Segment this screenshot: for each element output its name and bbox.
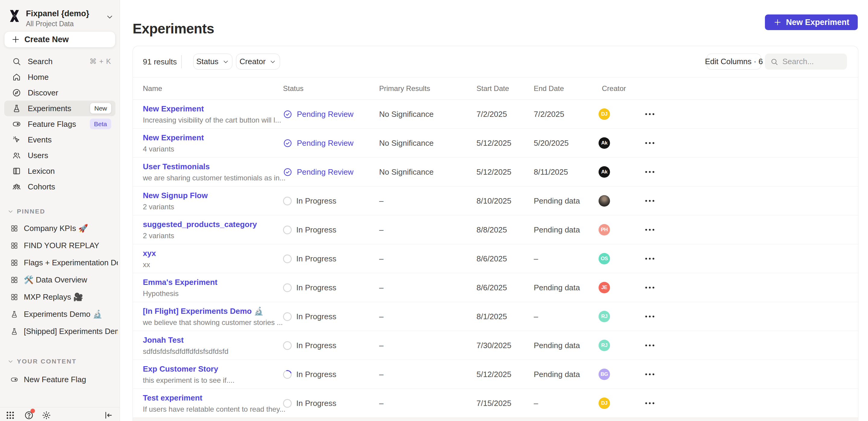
sidebar-item-feature-flags[interactable]: Feature Flags Beta: [4, 116, 116, 132]
search-icon: [12, 57, 21, 66]
table-row[interactable]: xyx xx In Progress – 8/6/2025 – OS: [133, 244, 858, 273]
experiment-name-link[interactable]: New Experiment: [143, 133, 204, 142]
status-cell: In Progress: [283, 360, 336, 389]
search-input[interactable]: [782, 57, 840, 66]
pinned-section-header[interactable]: PINNED: [7, 208, 45, 215]
table-row[interactable]: New Experiment Increasing visibility of …: [133, 100, 858, 129]
sidebar-item-cohorts[interactable]: Cohorts: [4, 179, 116, 195]
creator-avatar[interactable]: Ak: [598, 137, 610, 149]
status-filter-dropdown[interactable]: Status: [193, 54, 232, 70]
experiment-name-link[interactable]: suggested_products_category: [143, 220, 257, 229]
check-circle-icon: [283, 167, 292, 177]
row-menu-button[interactable]: [645, 302, 654, 331]
your-content-section-header[interactable]: YOUR CONTENT: [7, 358, 76, 365]
experiment-name-link[interactable]: xyx: [143, 249, 156, 258]
experiment-name-link[interactable]: Emma's Experiment: [143, 278, 218, 287]
create-new-button[interactable]: Create New: [4, 31, 116, 47]
workspace-name[interactable]: Fixpanel {demo}: [26, 9, 89, 19]
experiment-name-link[interactable]: User Testimonials: [143, 162, 210, 171]
sidebar-pinned-item[interactable]: New Feature Flag: [4, 371, 118, 388]
status-label: In Progress: [296, 254, 336, 263]
row-menu-button[interactable]: [645, 129, 654, 158]
collapse-sidebar-icon[interactable]: [103, 411, 113, 420]
table-row[interactable]: New Experiment 4 variants Pending Review…: [133, 129, 858, 158]
creator-avatar[interactable]: OS: [598, 253, 610, 264]
row-menu-button[interactable]: [645, 215, 654, 244]
end-date-cell: Pending data: [534, 186, 580, 215]
experiment-name-link[interactable]: Jonah Test: [143, 335, 184, 345]
sidebar-item-events[interactable]: Events: [4, 132, 116, 148]
edit-columns-button[interactable]: Edit Columns · 6: [707, 54, 761, 70]
experiment-name-link[interactable]: New Experiment: [143, 104, 204, 114]
row-menu-button[interactable]: [645, 244, 654, 273]
cohorts-icon: [12, 182, 21, 191]
row-menu-button[interactable]: [645, 100, 654, 129]
table-row[interactable]: Jonah Test sdfdsfdsfsdfdffdfdsfsdfdsfd I…: [133, 331, 858, 360]
sidebar-pinned-item[interactable]: FIND YOUR REPLAY: [4, 237, 118, 254]
creator-avatar[interactable]: RJ: [598, 311, 610, 322]
apps-grid-icon[interactable]: [5, 411, 15, 420]
table-row[interactable]: suggested_products_category 2 variants I…: [133, 215, 858, 244]
sidebar-pinned-item[interactable]: Experiments Demo 🔬: [4, 306, 118, 323]
creator-avatar[interactable]: JE: [598, 282, 610, 293]
sidebar-item-discover[interactable]: Discover: [4, 85, 116, 101]
sidebar-item-home[interactable]: Home: [4, 69, 116, 85]
row-menu-button[interactable]: [645, 389, 654, 418]
status-cell: In Progress: [283, 302, 336, 331]
experiment-subtitle: sdfdsfdsfsdfdffdfdsfsdfdsfd: [143, 347, 228, 356]
sidebar-pinned-item[interactable]: [Shipped] Experiments Demo 🖊️: [4, 323, 118, 340]
column-header-creator[interactable]: Creator: [602, 77, 626, 100]
help-icon[interactable]: [24, 411, 34, 420]
experiment-name-link[interactable]: Test experiment: [143, 393, 202, 402]
row-menu-button[interactable]: [645, 273, 654, 302]
sidebar-item-search[interactable]: Search ⌘ + K: [4, 54, 116, 69]
sidebar-pinned-item[interactable]: MXP Replays 🎥: [4, 289, 118, 306]
start-date-cell: 5/12/2025: [476, 129, 512, 158]
start-date-cell: 8/6/2025: [476, 273, 507, 302]
sidebar-pinned-item[interactable]: Company KPIs 🚀: [4, 220, 118, 237]
table-row[interactable]: [In Flight] Experiments Demo 🔬 we believ…: [133, 302, 858, 331]
table-row[interactable]: Emma's Experiment Hypothesis In Progress…: [133, 273, 858, 302]
experiment-name-link[interactable]: New Signup Flow: [143, 191, 208, 200]
sidebar-item-lexicon[interactable]: Lexicon: [4, 163, 116, 179]
experiment-name-link[interactable]: [In Flight] Experiments Demo 🔬: [143, 306, 264, 316]
column-header-start-date[interactable]: Start Date: [476, 77, 509, 100]
progress-circle-icon: [283, 197, 292, 205]
pinned-item-label: 🛠️ Data Overview: [24, 275, 87, 285]
column-header-status[interactable]: Status: [283, 77, 304, 100]
sidebar-nav: Search ⌘ + K Home Discover Experiments N…: [4, 54, 116, 195]
sidebar-pinned-item[interactable]: Flags + Experimentation Demo ,: [4, 254, 118, 271]
row-menu-button[interactable]: [645, 331, 654, 360]
column-header-primary-results[interactable]: Primary Results: [379, 77, 430, 100]
table-row[interactable]: Test experiment If users have relatable …: [133, 389, 858, 418]
table-toolbar: 91 results Status Creator Edit Columns ·…: [133, 46, 858, 77]
workspace-chevron-down-icon[interactable]: [105, 13, 114, 21]
end-date-cell: –: [534, 302, 538, 331]
sidebar-item-users[interactable]: Users: [4, 148, 116, 163]
new-experiment-button[interactable]: New Experiment: [765, 14, 858, 30]
sidebar-pinned-item[interactable]: 🛠️ Data Overview: [4, 271, 118, 289]
creator-avatar[interactable]: [598, 195, 610, 206]
sidebar-item-experiments[interactable]: Experiments New: [4, 101, 116, 116]
table-row[interactable]: New Signup Flow 2 variants In Progress –…: [133, 186, 858, 215]
row-menu-button[interactable]: [645, 360, 654, 389]
creator-avatar[interactable]: Ak: [598, 166, 610, 178]
table-row[interactable]: Exp Customer Story this experiment is to…: [133, 360, 858, 389]
creator-avatar[interactable]: PH: [598, 224, 610, 235]
creator-avatar[interactable]: RJ: [598, 340, 610, 351]
status-cell: In Progress: [283, 389, 336, 418]
creator-avatar[interactable]: DJ: [598, 397, 610, 409]
settings-gear-icon[interactable]: [41, 411, 51, 420]
creator-avatar[interactable]: BG: [598, 368, 610, 380]
creator-filter-dropdown[interactable]: Creator: [236, 54, 280, 70]
creator-avatar[interactable]: DJ: [598, 108, 610, 120]
nav-label: Users: [28, 151, 48, 160]
table-body: New Experiment Increasing visibility of …: [133, 100, 858, 421]
table-row[interactable]: User Testimonials we are sharing custome…: [133, 158, 858, 186]
row-menu-button[interactable]: [645, 158, 654, 186]
column-header-name[interactable]: Name: [143, 77, 162, 100]
column-header-end-date[interactable]: End Date: [534, 77, 564, 100]
row-menu-button[interactable]: [645, 186, 654, 215]
experiment-name-link[interactable]: Exp Customer Story: [143, 364, 218, 374]
table-search[interactable]: [765, 54, 847, 70]
